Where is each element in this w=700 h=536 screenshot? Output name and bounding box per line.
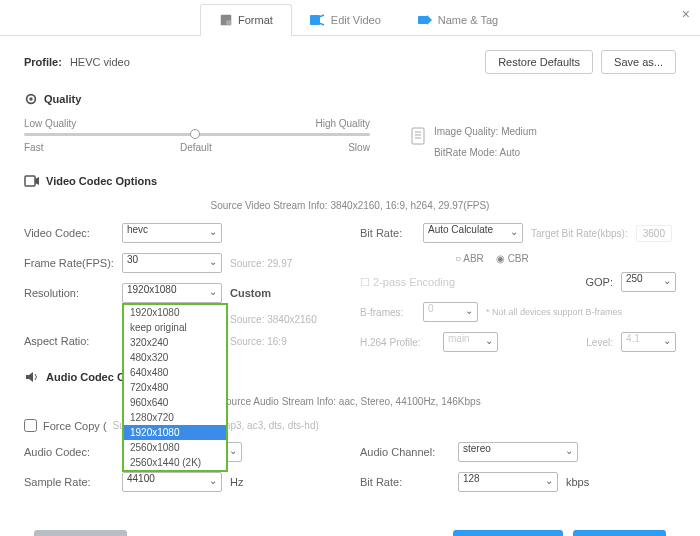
fast-label: Fast — [24, 142, 43, 153]
close-icon[interactable]: × — [682, 6, 690, 22]
gop-label: GOP: — [585, 276, 613, 288]
sample-rate-label: Sample Rate: — [24, 476, 114, 488]
quality-slider[interactable] — [24, 133, 370, 136]
level-label: Level: — [586, 337, 613, 348]
video-codec-section-title: Video Codec Options — [24, 174, 676, 188]
scissors-icon — [310, 13, 326, 27]
speaker-icon — [24, 370, 40, 384]
bitrate-label: Bit Rate: — [360, 227, 415, 239]
low-quality-label: Low Quality — [24, 118, 76, 129]
tab-label: Format — [238, 14, 273, 26]
h264-profile-select: main — [443, 332, 498, 352]
profile-label: Profile: — [24, 56, 62, 68]
hz-label: Hz — [230, 476, 243, 488]
resolution-dropdown: 1920x1080 keep original 320x240 480x320 … — [122, 303, 228, 472]
tab-label: Name & Tag — [438, 14, 498, 26]
level-select: 4.1 — [621, 332, 676, 352]
tabs: Format Edit Video Name & Tag — [0, 0, 700, 36]
gop-input[interactable]: 250 — [621, 272, 676, 292]
abr-radio[interactable]: ○ ABR — [455, 253, 484, 264]
svg-point-1 — [226, 20, 231, 25]
video-codec-select[interactable]: hevc — [122, 223, 222, 243]
apply-to-all-button[interactable]: Apply To All — [453, 530, 563, 536]
tab-name-tag[interactable]: Name & Tag — [399, 4, 516, 35]
slider-thumb[interactable] — [190, 129, 200, 139]
dropdown-item[interactable]: 960x640 — [124, 395, 226, 410]
svg-point-5 — [29, 97, 33, 101]
two-pass-checkbox: ☐ 2-pass Encoding — [360, 276, 455, 289]
document-icon — [410, 126, 426, 146]
format-icon — [219, 13, 233, 27]
resolution-label: Resolution: — [24, 287, 114, 299]
bitrate-select[interactable]: Auto Calculate — [423, 223, 523, 243]
h264-profile-label: H.264 Profile: — [360, 337, 435, 348]
video-codec-label: Video Codec: — [24, 227, 114, 239]
svg-rect-10 — [25, 176, 35, 186]
dropdown-item[interactable]: 2560x1440 (2K) — [124, 455, 226, 470]
aspect-label: Aspect Ratio: — [24, 335, 114, 347]
sample-rate-select[interactable]: 44100 — [122, 472, 222, 492]
video-icon — [24, 174, 40, 188]
resolution-source: Source: 3840x2160 — [230, 314, 317, 325]
tag-icon — [417, 13, 433, 27]
tab-edit-video[interactable]: Edit Video — [292, 4, 399, 35]
aspect-source: Source: 16:9 — [230, 336, 287, 347]
dropdown-item[interactable]: 640x480 — [124, 365, 226, 380]
slow-label: Slow — [348, 142, 370, 153]
dropdown-item[interactable]: 2560x1080 — [124, 440, 226, 455]
fps-source: Source: 29.97 — [230, 258, 292, 269]
dropdown-item[interactable]: 1920x1080 — [124, 305, 226, 320]
restore-defaults-button[interactable]: Restore Defaults — [485, 50, 593, 74]
audio-codec-label: Audio Codec: — [24, 446, 114, 458]
cancel-button[interactable]: Cancel — [34, 530, 127, 536]
svg-rect-2 — [310, 15, 320, 25]
cbr-radio[interactable]: ◉ CBR — [496, 253, 529, 264]
bframes-select: 0 — [423, 302, 478, 322]
fps-select[interactable]: 30 — [122, 253, 222, 273]
image-quality-info: Image Quality: Medium — [434, 126, 537, 137]
high-quality-label: High Quality — [315, 118, 369, 129]
tab-label: Edit Video — [331, 14, 381, 26]
svg-rect-3 — [418, 16, 428, 24]
default-label: Default — [180, 142, 212, 153]
profile-row: Profile: HEVC video Restore Defaults Sav… — [24, 50, 676, 74]
profile-value: HEVC video — [70, 56, 130, 68]
target-bitrate-label: Target Bit Rate(kbps): — [531, 228, 628, 239]
target-bitrate-value: 3600 — [636, 225, 672, 242]
dropdown-item-selected[interactable]: 1920x1080 — [124, 425, 226, 440]
svg-rect-6 — [412, 128, 424, 144]
kbps-label: kbps — [566, 476, 589, 488]
resolution-select[interactable]: 1920x1080 — [122, 283, 222, 303]
bframes-label: B-frames: — [360, 307, 415, 318]
tab-format[interactable]: Format — [200, 4, 292, 36]
force-copy-label: Force Copy ( — [43, 420, 107, 432]
audio-bitrate-label: Bit Rate: — [360, 476, 450, 488]
dropdown-item[interactable]: 720x480 — [124, 380, 226, 395]
audio-channel-select[interactable]: stereo — [458, 442, 578, 462]
bitrate-mode-info: BitRate Mode: Auto — [434, 147, 537, 158]
bframes-note: * Not all devices support B-frames — [486, 307, 622, 317]
quality-section-title: Quality — [24, 92, 676, 106]
force-copy-checkbox[interactable] — [24, 419, 37, 432]
dropdown-item[interactable]: keep original — [124, 320, 226, 335]
dropdown-item[interactable]: 480x320 — [124, 350, 226, 365]
dropdown-item[interactable]: 1280x720 — [124, 410, 226, 425]
gear-icon — [24, 92, 38, 106]
video-stream-info: Source Video Stream Info: 3840x2160, 16:… — [24, 200, 676, 211]
save-as-button[interactable]: Save as... — [601, 50, 676, 74]
fps-label: Frame Rate(FPS): — [24, 257, 114, 269]
done-button[interactable]: Done — [573, 530, 666, 536]
audio-channel-label: Audio Channel: — [360, 446, 450, 458]
footer: Cancel Apply To All Done — [0, 516, 700, 536]
audio-bitrate-select[interactable]: 128 — [458, 472, 558, 492]
dropdown-item[interactable]: 320x240 — [124, 335, 226, 350]
custom-label[interactable]: Custom — [230, 287, 271, 299]
